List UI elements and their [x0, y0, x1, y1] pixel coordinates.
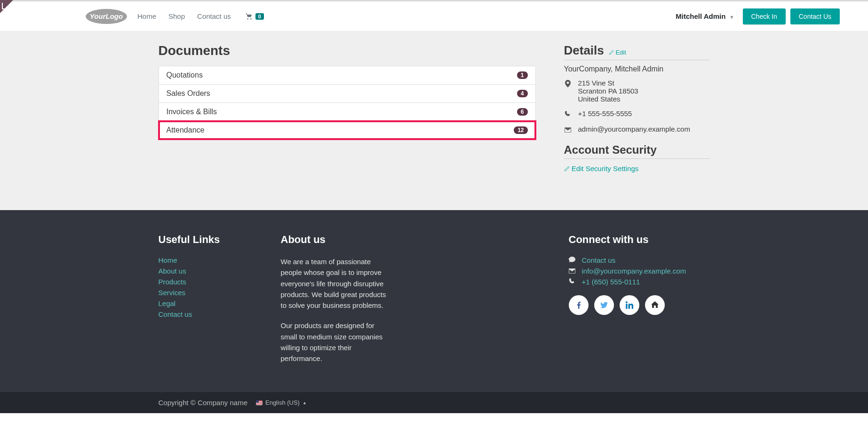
- details-title: Details: [564, 43, 604, 58]
- edit-label: Edit: [615, 49, 626, 56]
- map-marker-icon: [564, 79, 572, 103]
- pencil-icon: [609, 50, 614, 55]
- edit-details-link[interactable]: Edit: [609, 49, 626, 56]
- flag-icon: [256, 400, 263, 405]
- footer-useful-links: Useful Links Home About us Products Serv…: [159, 234, 243, 373]
- phone-icon: [569, 278, 576, 286]
- details-address: 215 Vine St Scranton PA 18503 United Sta…: [578, 79, 638, 103]
- pencil-icon: [564, 166, 570, 172]
- doc-count: 1: [517, 71, 528, 79]
- phone-icon: [564, 110, 572, 118]
- footer-connect: Connect with us Contact us info@yourcomp…: [569, 234, 710, 373]
- details-phone: +1 555-555-5555: [578, 110, 632, 118]
- nav-shop[interactable]: Shop: [168, 12, 185, 20]
- footer-link-products[interactable]: Products: [159, 278, 243, 286]
- language-label: English (US): [265, 399, 300, 406]
- header: YourLogo Home Shop Contact us 0 Mitchell…: [0, 1, 868, 31]
- cart-icon: [245, 13, 254, 20]
- body-bg: Documents Quotations 1 Sales Orders 4 In…: [0, 31, 868, 210]
- contact-us-button[interactable]: Contact Us: [790, 8, 840, 24]
- user-dropdown[interactable]: Mitchell Admin ▼: [676, 12, 734, 20]
- nav-home[interactable]: Home: [137, 12, 156, 20]
- footer-link-services[interactable]: Services: [159, 289, 243, 297]
- language-selector[interactable]: English (US) ▲: [256, 399, 307, 406]
- details-name: YourCompany, Mitchell Admin: [564, 65, 710, 73]
- nav-contact[interactable]: Contact us: [197, 12, 231, 20]
- footer-connect-phone[interactable]: +1 (650) 555-0111: [582, 278, 640, 286]
- doc-item-attendance[interactable]: Attendance 12: [159, 121, 535, 139]
- linkedin-icon[interactable]: [620, 295, 639, 315]
- documents-list: Quotations 1 Sales Orders 4 Invoices & B…: [159, 66, 536, 140]
- nav-links: Home Shop Contact us: [137, 12, 231, 20]
- footer: Useful Links Home About us Products Serv…: [0, 210, 868, 392]
- doc-label: Attendance: [167, 126, 205, 134]
- copyright-text: Copyright © Company name: [159, 399, 247, 407]
- home-icon[interactable]: [645, 295, 665, 315]
- logo[interactable]: YourLogo: [85, 7, 128, 26]
- details-section: Details Edit YourCompany, Mitchell Admin…: [564, 43, 710, 173]
- security-link-label: Edit Security Settings: [572, 165, 639, 173]
- social-row: [569, 295, 710, 315]
- chevron-down-icon: ▼: [730, 15, 734, 20]
- doc-item-sales-orders[interactable]: Sales Orders 4: [159, 85, 535, 103]
- footer-connect-email[interactable]: info@yourcompany.example.com: [582, 267, 686, 275]
- doc-item-invoices[interactable]: Invoices & Bills 6: [159, 103, 535, 121]
- check-in-button[interactable]: Check In: [743, 8, 786, 24]
- edit-security-link[interactable]: Edit Security Settings: [564, 165, 710, 173]
- footer-link-home[interactable]: Home: [159, 256, 243, 264]
- footer-bottom: Copyright © Company name English (US) ▲: [0, 392, 868, 413]
- footer-link-contact[interactable]: Contact us: [159, 310, 243, 318]
- security-title: Account Security: [564, 143, 710, 159]
- doc-label: Sales Orders: [167, 89, 210, 98]
- footer-about-title: About us: [281, 234, 387, 246]
- footer-about-p2: Our products are designed for small to m…: [281, 320, 387, 364]
- envelope-icon: [564, 125, 572, 134]
- speech-icon: [569, 256, 576, 264]
- footer-useful-title: Useful Links: [159, 234, 243, 246]
- footer-about-p1: We are a team of passionate people whose…: [281, 256, 387, 311]
- footer-connect-contact[interactable]: Contact us: [582, 256, 616, 264]
- doc-count: 4: [517, 90, 528, 97]
- doc-label: Quotations: [167, 71, 203, 79]
- twitter-icon[interactable]: [594, 295, 614, 315]
- doc-item-quotations[interactable]: Quotations 1: [159, 66, 535, 85]
- footer-link-about[interactable]: About us: [159, 267, 243, 275]
- user-name: Mitchell Admin: [676, 12, 725, 20]
- doc-label: Invoices & Bills: [167, 108, 217, 116]
- chevron-up-icon: ▲: [303, 400, 307, 405]
- svg-text:YourLogo: YourLogo: [90, 12, 123, 20]
- footer-about: About us We are a team of passionate peo…: [281, 234, 387, 373]
- documents-section: Documents Quotations 1 Sales Orders 4 In…: [159, 43, 536, 173]
- footer-link-legal[interactable]: Legal: [159, 299, 243, 307]
- details-email: admin@yourcompany.example.com: [578, 125, 690, 134]
- page-title: Documents: [159, 43, 536, 58]
- envelope-icon: [569, 267, 576, 275]
- doc-count: 12: [514, 126, 527, 134]
- cart-link[interactable]: 0: [245, 13, 264, 20]
- facebook-icon[interactable]: [569, 295, 589, 315]
- corner-triangle[interactable]: [0, 0, 13, 13]
- footer-connect-title: Connect with us: [569, 234, 710, 246]
- cart-badge: 0: [255, 13, 264, 20]
- doc-count: 6: [517, 108, 528, 116]
